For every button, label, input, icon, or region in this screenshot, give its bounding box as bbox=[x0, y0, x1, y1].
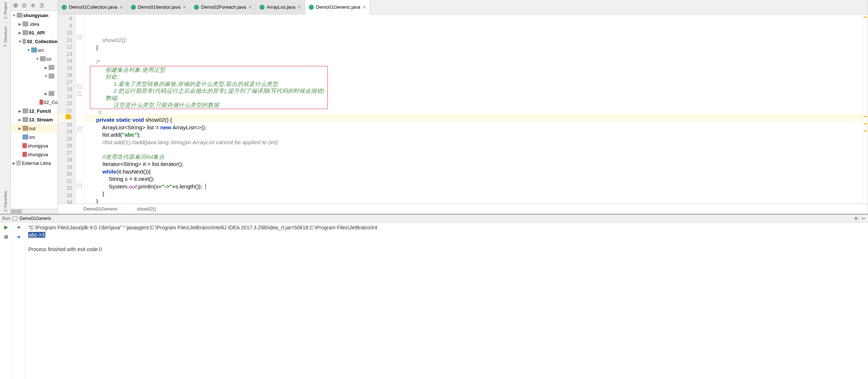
tab-demo01iterator[interactable]: Demo01Iterator.java✕ bbox=[127, 0, 190, 14]
scroll-up-icon[interactable] bbox=[16, 225, 22, 230]
chevron-right-icon[interactable]: ▶ bbox=[18, 109, 22, 113]
tab-demo02foreach[interactable]: Demo02Foreach.java✕ bbox=[190, 0, 256, 14]
console-line: "C:\Program Files\Java\jdk-9.0.1\bin\jav… bbox=[28, 225, 377, 230]
chevron-down-icon[interactable]: ▼ bbox=[18, 39, 22, 43]
tree-item[interactable]: shungyua bbox=[28, 143, 48, 149]
tree-item[interactable]: 01_API bbox=[29, 30, 45, 36]
tree-item[interactable]: co bbox=[46, 56, 51, 62]
close-icon[interactable]: ✕ bbox=[183, 5, 186, 10]
tab-demo01collection[interactable]: Demo01Collection.java✕ bbox=[58, 0, 127, 14]
svg-point-3 bbox=[32, 5, 34, 6]
java-class-icon bbox=[62, 5, 67, 10]
close-icon[interactable]: ✕ bbox=[248, 5, 252, 10]
tab-arraylist[interactable]: ArrayList.java✕ bbox=[256, 0, 305, 14]
breadcrumb-method[interactable]: show02() bbox=[137, 206, 156, 212]
tree-item[interactable]: src bbox=[38, 47, 44, 53]
console-output[interactable]: "C:\Program Files\Java\jdk-9.0.1\bin\jav… bbox=[25, 222, 868, 379]
code-editor[interactable]: show02(); } /* 创建集合对象,使用泛型 好处: 1.避免了类型转换… bbox=[85, 14, 863, 204]
iml-file-icon bbox=[40, 100, 43, 105]
java-class-icon bbox=[194, 5, 199, 10]
error-stripe[interactable] bbox=[863, 14, 868, 204]
chevron-right-icon[interactable]: ▶ bbox=[44, 66, 48, 70]
tab-label: Demo01Generic.java bbox=[316, 4, 360, 10]
intention-bulb-icon[interactable] bbox=[66, 114, 71, 119]
fold-minus-icon[interactable]: - bbox=[78, 92, 82, 96]
console-line: Process finished with exit code 0 bbox=[28, 246, 102, 252]
close-icon[interactable]: ✕ bbox=[298, 5, 301, 10]
folder-icon bbox=[49, 91, 54, 96]
tree-item[interactable]: 02_Collection bbox=[27, 39, 58, 44]
rerun-icon[interactable] bbox=[3, 225, 9, 230]
chevron-right-icon[interactable]: ▶ bbox=[12, 161, 16, 165]
tree-item[interactable]: External Libra bbox=[22, 161, 51, 166]
rail-structure[interactable]: 7: Structure bbox=[3, 24, 8, 49]
chevron-right-icon[interactable]: ▶ bbox=[18, 118, 22, 122]
folder-icon bbox=[40, 56, 46, 61]
chevron-down-icon[interactable]: ▼ bbox=[12, 13, 16, 17]
scroll-down-icon[interactable] bbox=[16, 234, 22, 240]
java-class-icon bbox=[131, 5, 136, 10]
hide-icon[interactable] bbox=[39, 3, 44, 8]
iml-file-icon bbox=[22, 152, 27, 157]
editor-tabbar: Demo01Collection.java✕ Demo01Iterator.ja… bbox=[58, 0, 868, 14]
svg-rect-6 bbox=[4, 235, 8, 239]
left-tool-rail: 1: Project 7: Structure 2: Favorites bbox=[0, 0, 11, 214]
library-icon bbox=[17, 161, 21, 166]
stop-icon[interactable] bbox=[3, 234, 9, 240]
breadcrumb-class[interactable]: Demo01Generic bbox=[83, 206, 118, 212]
run-config-name[interactable]: Demo01Generic bbox=[20, 216, 51, 221]
folder-icon bbox=[49, 65, 54, 70]
fold-minus-icon[interactable]: - bbox=[78, 85, 82, 89]
folder-icon bbox=[49, 74, 54, 79]
chevron-right-icon[interactable]: ▶ bbox=[18, 22, 22, 26]
chevron-down-icon[interactable]: ▼ bbox=[36, 57, 39, 61]
folder-icon bbox=[22, 126, 28, 131]
tree-root[interactable]: shungyuan bbox=[23, 13, 48, 18]
rail-project[interactable]: 1: Project bbox=[3, 0, 8, 21]
tree-item[interactable]: 02_Co bbox=[44, 100, 58, 105]
project-tree[interactable]: ▼shungyuan ▶.idea ▶01_API ▼02_Collection… bbox=[11, 11, 58, 209]
fold-minus-icon[interactable]: - bbox=[78, 35, 82, 39]
tree-item[interactable]: shungyua bbox=[28, 152, 48, 157]
tab-label: Demo02Foreach.java bbox=[201, 4, 246, 10]
settings-gear-icon[interactable] bbox=[30, 3, 36, 8]
tree-item[interactable]: src bbox=[29, 134, 35, 140]
horizontal-scrollbar[interactable] bbox=[11, 209, 58, 214]
chevron-down-icon[interactable]: ▼ bbox=[44, 74, 48, 78]
chevron-right-icon: 〉 bbox=[125, 206, 130, 212]
chevron-down-icon[interactable]: ▼ bbox=[27, 48, 30, 52]
svg-point-2 bbox=[24, 5, 25, 6]
folder-icon bbox=[22, 39, 26, 44]
fold-minus-icon[interactable]: - bbox=[78, 127, 82, 131]
hide-icon[interactable] bbox=[861, 216, 866, 221]
run-toolbar bbox=[0, 222, 25, 379]
expand-all-icon[interactable] bbox=[13, 3, 18, 8]
chevron-right-icon[interactable]: ▶ bbox=[18, 126, 22, 130]
console-line-selected: abc->3 bbox=[28, 232, 45, 238]
fold-gutter[interactable]: - - - - - bbox=[76, 14, 85, 204]
tree-item[interactable]: 12_Functi bbox=[29, 108, 51, 114]
rail-favorites[interactable]: 2: Favorites bbox=[3, 189, 8, 214]
java-class-icon bbox=[259, 5, 265, 10]
tree-item[interactable]: 13_Stream bbox=[29, 117, 53, 122]
run-tool-window: Run Demo01Generic "C:\Program Files\Java… bbox=[0, 214, 868, 379]
chevron-right-icon[interactable]: ▶ bbox=[44, 92, 48, 96]
scroll-from-source-icon[interactable] bbox=[22, 3, 27, 8]
editor-pane: Demo01Collection.java✕ Demo01Iterator.ja… bbox=[58, 0, 868, 214]
folder-icon bbox=[17, 13, 22, 18]
project-toolbar bbox=[11, 0, 58, 11]
tab-label: Demo01Collection.java bbox=[69, 4, 117, 10]
close-icon[interactable]: ✕ bbox=[362, 5, 366, 10]
folder-icon bbox=[22, 108, 28, 113]
line-number-gutter[interactable]: 8910111213141516171819202122232425262728… bbox=[58, 14, 76, 204]
run-config-icon[interactable] bbox=[12, 216, 17, 221]
project-tool-window: ▼shungyuan ▶.idea ▶01_API ▼02_Collection… bbox=[11, 0, 58, 214]
chevron-right-icon[interactable]: ▶ bbox=[18, 31, 22, 35]
settings-gear-icon[interactable] bbox=[854, 216, 859, 221]
tree-item[interactable]: out bbox=[29, 126, 36, 131]
tab-demo01generic[interactable]: Demo01Generic.java✕ bbox=[305, 0, 370, 14]
tree-item[interactable]: .idea bbox=[29, 21, 39, 27]
fold-minus-icon[interactable]: - bbox=[78, 184, 82, 188]
svg-rect-4 bbox=[13, 217, 17, 220]
close-icon[interactable]: ✕ bbox=[120, 5, 123, 10]
